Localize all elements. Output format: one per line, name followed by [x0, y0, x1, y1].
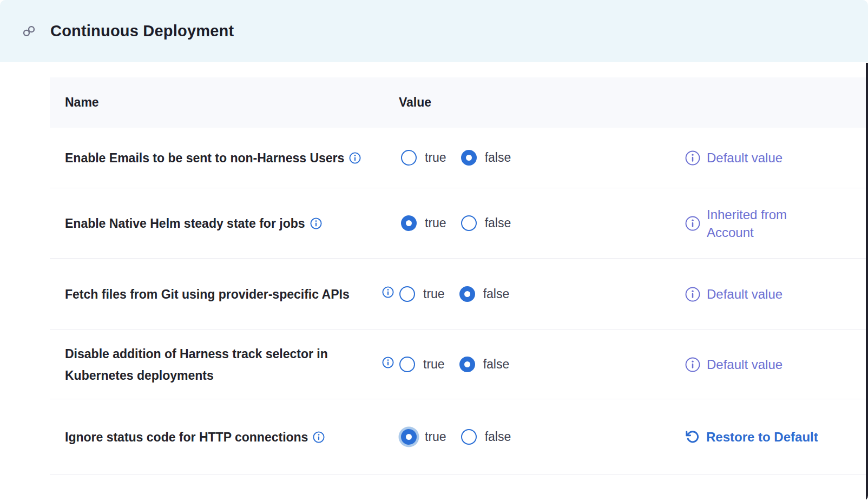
info-icon[interactable] — [349, 152, 361, 164]
restore-icon — [685, 430, 700, 444]
radio-true-label[interactable]: true — [425, 150, 446, 165]
settings-table: Name Value Enable Emails to be sent to n… — [50, 77, 868, 475]
setting-label: Enable Native Helm steady state for jobs — [65, 216, 305, 230]
column-header-name: Name — [50, 95, 381, 110]
radio-group: true false — [399, 286, 509, 302]
table-row: Ignore status code for HTTP connections … — [50, 399, 868, 475]
info-icon[interactable] — [685, 150, 700, 166]
setting-label: Enable Emails to be sent to non-Harness … — [65, 151, 344, 165]
radio-false[interactable] — [459, 357, 475, 372]
radio-group: true false — [401, 215, 511, 231]
radio-true[interactable] — [401, 429, 417, 445]
info-icon[interactable] — [382, 286, 394, 298]
radio-true[interactable] — [401, 150, 417, 166]
radio-true-label[interactable]: true — [423, 287, 445, 301]
link-icon[interactable] — [22, 24, 36, 38]
radio-true[interactable] — [401, 215, 417, 231]
setting-label: Disable addition of Harness track select… — [65, 347, 328, 383]
radio-group: true false — [401, 429, 511, 445]
radio-true[interactable] — [399, 357, 415, 372]
status-badge: Default value — [707, 285, 782, 303]
radio-true-label[interactable]: true — [425, 216, 446, 230]
radio-false[interactable] — [461, 429, 477, 445]
section-header: Continuous Deployment — [0, 0, 868, 62]
radio-false-label[interactable]: false — [485, 430, 511, 444]
radio-group: true false — [401, 150, 511, 166]
column-header-value: Value — [381, 95, 431, 110]
table-header-row: Name Value — [50, 77, 868, 128]
status-badge: Restore to Default — [706, 430, 818, 445]
radio-true-label[interactable]: true — [423, 357, 445, 372]
radio-false-label[interactable]: false — [485, 216, 511, 230]
restore-to-default-button[interactable]: Restore to Default — [678, 430, 868, 445]
info-icon[interactable] — [313, 431, 325, 443]
setting-label: Ignore status code for HTTP connections — [65, 430, 308, 444]
radio-false[interactable] — [461, 215, 477, 231]
table-row: Fetch files from Git using provider-spec… — [50, 259, 868, 330]
window-right-edge — [866, 63, 868, 501]
status-badge: Inherited from Account — [707, 206, 837, 241]
info-icon[interactable] — [685, 357, 700, 372]
setting-label: Fetch files from Git using provider-spec… — [65, 287, 350, 301]
info-icon[interactable] — [382, 357, 394, 368]
table-row: Disable addition of Harness track select… — [50, 330, 868, 399]
radio-true[interactable] — [399, 286, 415, 302]
table-row: Enable Emails to be sent to non-Harness … — [50, 128, 868, 188]
radio-false[interactable] — [461, 150, 477, 166]
radio-false[interactable] — [459, 286, 475, 302]
info-icon[interactable] — [685, 287, 700, 302]
radio-group: true false — [399, 357, 509, 372]
radio-false-label[interactable]: false — [483, 357, 510, 372]
table-row: Enable Native Helm steady state for jobs… — [50, 188, 868, 259]
status-badge: Default value — [707, 149, 782, 167]
info-icon[interactable] — [310, 217, 322, 229]
radio-true-label[interactable]: true — [425, 430, 446, 444]
status-badge: Default value — [707, 355, 782, 373]
settings-panel: Continuous Deployment Name Value Enable … — [0, 0, 868, 501]
info-icon[interactable] — [685, 216, 700, 231]
radio-false-label[interactable]: false — [485, 150, 511, 165]
radio-false-label[interactable]: false — [483, 287, 510, 301]
page-title: Continuous Deployment — [50, 22, 234, 40]
